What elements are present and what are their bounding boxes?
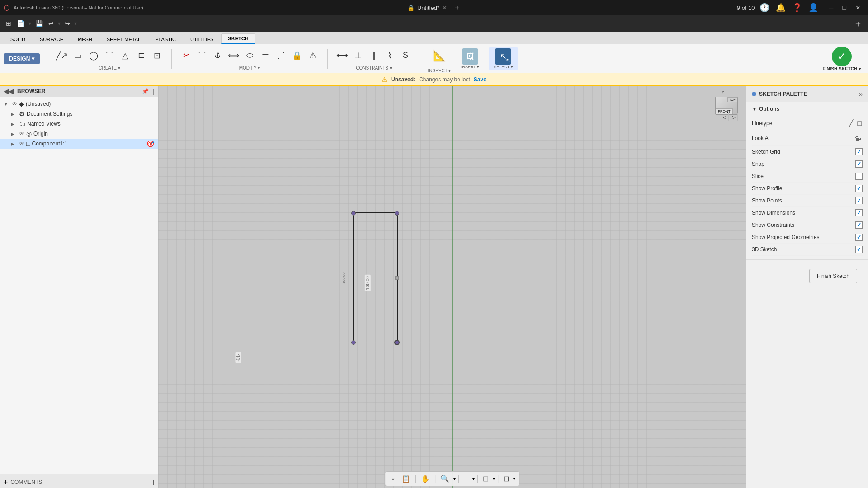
trim-button[interactable]: ✂ [179, 47, 193, 64]
grid-dropdown-arrow[interactable]: ▾ [493, 476, 495, 481]
clock-icon[interactable]: 🕐 [758, 1, 771, 14]
param-button[interactable]: ⋰ [274, 47, 288, 64]
maximize-button[interactable]: □ [839, 3, 850, 12]
display-dropdown-arrow[interactable]: ▾ [472, 476, 475, 481]
eye-icon-comp[interactable]: 👁 [19, 141, 24, 147]
sketch-grid-checkbox[interactable] [855, 148, 863, 155]
target-icon[interactable]: 🎯 [146, 140, 154, 147]
browser-pin-button[interactable]: 📌 [142, 88, 149, 94]
tab-sheet-metal[interactable]: SHEET METAL [100, 34, 147, 44]
ellipse-button[interactable]: ⬭ [242, 47, 257, 64]
show-constraints-checkbox[interactable] [855, 221, 863, 229]
perp-button[interactable]: ⊥ [351, 47, 365, 64]
zoom-dropdown-arrow[interactable]: ▾ [453, 476, 456, 481]
display-mode-button[interactable]: □ [462, 474, 471, 484]
look-at-button[interactable]: 📽 [854, 133, 863, 143]
tree-item-component1[interactable]: ▶ 👁 □ Component1:1 🎯 [0, 139, 158, 149]
circle-tool-button[interactable]: ◯ [86, 47, 101, 64]
snap-checkbox[interactable] [855, 160, 863, 168]
pan-button[interactable]: ✋ [419, 473, 432, 484]
panel-expand-icon[interactable]: » [859, 90, 863, 98]
3d-sketch-checkbox[interactable] [855, 246, 863, 253]
tab-utilities[interactable]: UTILITIES [184, 34, 220, 44]
expand-arrow-comp[interactable]: ▶ [11, 141, 17, 146]
viewcube-nav-left[interactable]: ◁ [721, 113, 729, 121]
new-tab-icon[interactable]: ＋ [453, 3, 461, 13]
tree-item-doc-settings[interactable]: ▶ ⚙ Document Settings [0, 109, 158, 119]
parallel-button[interactable]: ∥ [367, 47, 381, 64]
clipboard-button[interactable]: 📋 [399, 473, 413, 484]
close-tab-icon[interactable]: ✕ [442, 5, 447, 11]
bracket-tool-button[interactable]: ⊏ [134, 47, 148, 64]
show-profile-checkbox[interactable] [855, 185, 863, 192]
comments-expand[interactable]: | [153, 479, 154, 485]
expand-arrow-origin[interactable]: ▶ [11, 131, 17, 136]
lock-constr-button[interactable]: 🔒 [290, 47, 304, 64]
bell-icon[interactable]: 🔔 [774, 1, 788, 14]
dim-button[interactable]: ⟷ [335, 47, 349, 64]
new-file-button[interactable]: 📄 [14, 19, 27, 28]
canvas-area[interactable]: 100.00 -01- 100.00 Z FRONT TOP ◁ ▷ ⌖ [158, 86, 746, 488]
design-dropdown[interactable]: DESIGN ▾ [4, 53, 40, 64]
tab-plastic[interactable]: PLASTIC [148, 34, 183, 44]
tangent-button[interactable]: ⌇ [382, 47, 397, 64]
line-tool-button[interactable]: ╱↗ [55, 47, 69, 64]
close-button[interactable]: ✕ [852, 3, 864, 12]
save-link[interactable]: Save [474, 76, 486, 83]
equal-button[interactable]: ═ [258, 47, 273, 64]
undo-button[interactable]: ↩ [46, 19, 56, 28]
redo-button[interactable]: ↪ [62, 19, 72, 28]
grid-toggle-button[interactable]: ⊞ [481, 473, 491, 484]
tree-item-named-views[interactable]: ▶ 🗂 Named Views [0, 119, 158, 129]
browser-collapse-button[interactable]: ◀◀ [4, 88, 14, 95]
linetype-btn-1[interactable]: ╱ [848, 118, 854, 128]
finish-sketch-panel-button[interactable]: Finish Sketch [809, 269, 857, 283]
viewcube-nav-right[interactable]: ▷ [730, 113, 738, 121]
eye-icon-root[interactable]: 👁 [12, 101, 17, 107]
insert-button[interactable]: 🖼 INSERT ▾ [457, 47, 484, 70]
arc-tool-button[interactable]: ⌒ [102, 47, 117, 64]
rect-tool-button[interactable]: ▭ [71, 47, 85, 64]
tree-item-origin[interactable]: ▶ 👁 ◎ Origin [0, 129, 158, 139]
options-header[interactable]: ▼ Options [752, 106, 863, 112]
expand-arrow-doc[interactable]: ▶ [11, 112, 17, 117]
viewcube-cube[interactable]: FRONT TOP [715, 97, 738, 115]
show-points-checkbox[interactable] [855, 197, 863, 204]
show-projected-checkbox[interactable] [855, 234, 863, 241]
smooth-button[interactable]: S [398, 47, 413, 64]
zoom-button[interactable]: 🔍 [438, 473, 452, 484]
tab-solid[interactable]: SOLID [4, 34, 32, 44]
offset-button[interactable]: ⫝̸ [211, 47, 225, 64]
save-button[interactable]: 💾 [33, 19, 45, 28]
finish-sketch-button[interactable]: ✓ FINISH SKETCH ▾ [819, 45, 864, 73]
warning-button[interactable]: ⚠ [306, 47, 320, 64]
bt-sep-4 [477, 475, 478, 483]
user-avatar[interactable]: 👤 [807, 1, 820, 14]
browser-more-button[interactable]: | [152, 88, 154, 95]
inspect-button[interactable]: 📐 [428, 45, 451, 66]
eye-icon-origin[interactable]: 👁 [19, 131, 24, 137]
minimize-button[interactable]: ─ [826, 3, 837, 12]
tab-mesh[interactable]: MESH [71, 34, 99, 44]
select-button[interactable]: ↖ SELECT ▾ [489, 47, 517, 70]
triangle-tool-button[interactable]: △ [118, 47, 132, 64]
tab-surface[interactable]: SURFACE [33, 34, 70, 44]
show-dimensions-checkbox[interactable] [855, 209, 863, 216]
plus-icon[interactable]: ＋ [852, 16, 864, 32]
view-dropdown-arrow[interactable]: ▾ [513, 476, 515, 481]
viewcube-top-face[interactable]: TOP [727, 97, 737, 102]
grid-menu-button[interactable]: ⊞ [4, 19, 14, 28]
linetype-btn-2[interactable]: □ [856, 118, 863, 128]
add-comment-button[interactable]: + [4, 478, 8, 486]
help-icon[interactable]: ❓ [790, 1, 804, 14]
tree-item-root[interactable]: ▼ 👁 ◆ (Unsaved) [0, 99, 158, 109]
tab-sketch[interactable]: SKETCH [221, 33, 255, 44]
expand-arrow-views[interactable]: ▶ [11, 122, 17, 127]
view-settings-button[interactable]: ⊟ [501, 473, 511, 484]
snap-center-button[interactable]: ⌖ [389, 474, 397, 484]
expand-arrow-root[interactable]: ▼ [4, 102, 10, 107]
point-tool-button[interactable]: ⊡ [150, 47, 164, 64]
slice-checkbox[interactable] [855, 173, 863, 180]
fillet-button[interactable]: ⌒ [195, 47, 209, 64]
mirror-button[interactable]: ⟺ [226, 47, 241, 64]
